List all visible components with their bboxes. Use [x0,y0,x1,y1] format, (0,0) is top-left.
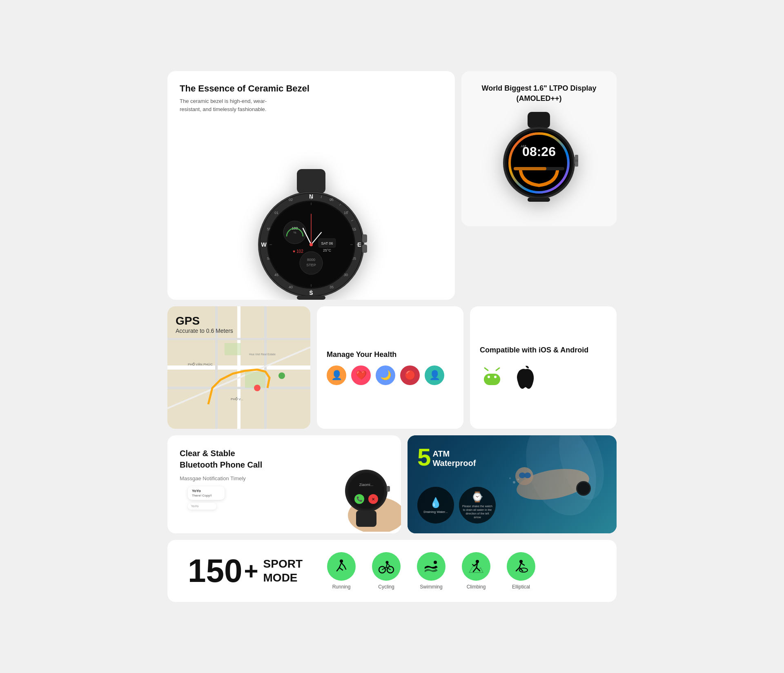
waterproof-badges: 💧 Draining Water... ⌚ Please shake the w… [417,487,607,524]
health-icons: 👤 ❤️ 🌙 🔴 👤 [327,365,454,385]
svg-point-81 [278,372,285,379]
running-icon-circle [327,552,356,581]
running-icon [334,559,349,574]
svg-line-87 [485,368,488,370]
water-drop-icon: 💧 [430,497,442,508]
svg-rect-66 [575,162,578,167]
svg-text:35: 35 [330,285,334,289]
health-icon-heart: ❤️ [351,365,371,385]
atm-text: ATM Waterproof [432,449,476,468]
svg-point-137 [519,568,528,572]
svg-text:PHỐ VĂN PHÚC: PHỐ VĂN PHÚC [188,362,213,366]
climbing-icon-circle [462,552,490,581]
sport-item-cycling: Cycling [372,552,401,590]
amoled-watch: 08:26 AM [498,112,580,202]
svg-line-115 [339,568,343,570]
svg-rect-64 [528,198,550,202]
svg-line-121 [386,564,387,567]
cycling-icon [378,559,394,574]
health-icon-family: 👤 [327,365,346,385]
ceramic-subtitle: The ceramic bezel is high-end, wear-resi… [180,97,270,113]
svg-text:8000: 8000 [307,258,315,262]
svg-point-85 [488,376,490,378]
sport-line1: SPORT [263,557,303,571]
svg-text:05: 05 [330,198,334,202]
compat-title: Compatible with iOS & Android [480,345,607,355]
svg-text:📞: 📞 [356,496,363,502]
atm-number: 5 [417,445,431,470]
svg-point-86 [494,376,497,378]
row1-right: World Biggest 1.6" LTPO Display (AMOLED+… [461,71,617,300]
ceramic-watch-svg: N E S W [250,169,372,300]
svg-text:10: 10 [344,211,348,215]
elliptical-label: Elliptical [512,584,530,590]
svg-text:01: 01 [274,211,278,215]
elliptical-icon [513,559,529,574]
swimming-label: Swimming [420,584,442,590]
waterproof-label: Waterproof [432,459,476,468]
svg-line-116 [341,563,344,566]
svg-point-52 [310,243,313,246]
svg-rect-32 [362,234,367,243]
sport-item-climbing: Climbing [462,552,490,590]
sport-plus: + [244,557,258,585]
svg-text:SAT 06: SAT 06 [321,241,333,245]
row3: Clear & Stable Bluetooth Phone Call Mass… [167,435,617,533]
sport-item-elliptical: Elliptical [507,552,535,590]
svg-point-93 [348,473,384,509]
atm-label: ATM [432,449,476,459]
health-icon-spo2: 👤 [425,365,444,385]
sport-text: SPORT MODE [263,557,303,584]
svg-point-80 [254,385,261,391]
svg-line-124 [387,564,390,566]
svg-rect-63 [514,167,546,170]
svg-rect-84 [484,374,500,385]
svg-text:02: 02 [289,198,293,202]
sport-row: 150 + SPORT MODE Runn [167,540,617,602]
svg-line-88 [496,368,499,370]
compat-icons [480,363,607,390]
gps-title: GPS [176,314,233,328]
ceramic-watch-image: N E S W [180,113,443,300]
running-label: Running [332,584,351,590]
svg-text:Ziaomi...: Ziaomi... [359,483,374,487]
climbing-label: Climbing [467,584,486,590]
compat-card: Compatible with iOS & Android [470,306,617,429]
draining-badge: 💧 Draining Water... [417,487,454,524]
swimming-icon [423,559,439,574]
cycling-icon-circle [372,552,401,581]
svg-rect-75 [225,343,241,355]
svg-rect-53 [297,296,325,300]
notification-bubble1: YoYo There! Copy!! [188,486,225,500]
wrist-watch-svg: Ziaomi... 📞 ✕ [323,442,401,532]
swimming-icon-circle [417,552,445,581]
svg-text:STEP: STEP [306,263,316,267]
apple-icon [514,363,537,390]
gps-subtitle: Accurate to 0.6 Meters [176,328,233,334]
shake-label: Please shake the watch to drain all wate… [462,504,492,519]
svg-text:25°C: 25°C [323,248,332,252]
svg-text:AM: AM [521,144,526,148]
shake-icon: ⌚ [471,491,483,503]
climbing-icon [468,559,484,574]
cycling-label: Cycling [378,584,394,590]
svg-rect-0 [297,169,325,194]
svg-line-117 [344,566,346,569]
svg-text:08:26: 08:26 [522,144,556,159]
shake-badge: ⌚ Please shake the watch to drain all wa… [459,487,496,524]
sport-item-swimming: Swimming [417,552,445,590]
display-card: World Biggest 1.6" LTPO Display (AMOLED+… [461,71,617,226]
svg-line-128 [473,568,477,572]
amoled-watch-svg: 08:26 AM [498,112,580,202]
svg-rect-65 [575,155,578,160]
row2: GPS Accurate to 0.6 Meters [167,306,617,429]
notification-bubble2: YoYo [188,503,216,510]
health-icon-stress: 🔴 [400,365,420,385]
svg-line-136 [521,563,524,565]
svg-rect-33 [362,245,367,253]
svg-rect-99 [387,486,390,492]
svg-text:PHỐ V...: PHỐ V... [231,397,243,401]
ceramic-title: The Essence of Ceramic Bezel [180,83,443,94]
sport-number-group: 150 + SPORT MODE [188,555,303,587]
sport-modes: Running Cycling [327,552,535,590]
